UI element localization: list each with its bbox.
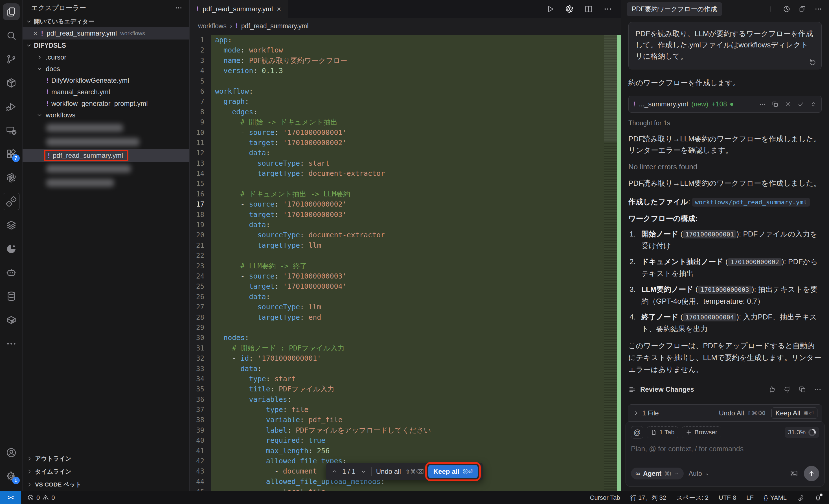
copy-icon[interactable] (772, 101, 779, 108)
code-line[interactable]: 34 type: start (190, 374, 621, 384)
code-line[interactable]: 1app: (190, 35, 621, 45)
more-h-icon[interactable] (814, 5, 822, 13)
code-line[interactable]: 37 - type: file (190, 405, 621, 415)
more-h-icon[interactable] (759, 101, 766, 108)
activity-layers-button[interactable] (0, 213, 23, 237)
activity-search-button[interactable] (0, 24, 23, 47)
cursor-tab-status[interactable]: Cursor Tab (590, 494, 620, 501)
activity-robot-button[interactable] (0, 261, 23, 284)
pets-status[interactable] (797, 494, 804, 501)
changed-files-count[interactable]: 1 File (642, 409, 659, 417)
code-line[interactable]: 41 max_length: 256 (190, 446, 621, 456)
next-change-icon[interactable] (360, 468, 367, 475)
indentation-status[interactable]: スペース: 2 (676, 494, 709, 502)
code-line[interactable]: 21 targetType: llm (190, 241, 621, 251)
activity-package-button[interactable] (0, 71, 23, 95)
changed-file-chip[interactable]: ! ..._summary.yml (new) +108 (628, 96, 822, 113)
thumb-down-icon[interactable] (783, 386, 791, 393)
split-icon[interactable] (584, 4, 593, 13)
review-changes-label[interactable]: Review Changes (640, 386, 694, 393)
code-line[interactable]: 25 target: '1701000000004' (190, 281, 621, 291)
tab-context-chip[interactable]: 1 Tab (647, 426, 678, 438)
breadcrumb-folder[interactable]: workflows (198, 22, 226, 30)
history-icon[interactable] (783, 5, 791, 13)
code-line[interactable]: 38 variable: pdf_file (190, 415, 621, 425)
agent-mode-selector[interactable]: ∞ Agent ⌘I (631, 468, 684, 479)
language-mode-status[interactable]: {} YAML (764, 494, 787, 501)
code-line[interactable]: 4 version: 0.1.3 (190, 66, 621, 76)
code-line[interactable]: 3 name: PDF読み取り要約ワークフロー (190, 56, 621, 66)
open-editors-section[interactable]: 開いているエディター (23, 16, 189, 27)
code-line[interactable]: 39 label: PDFファイルをアップロードしてください (190, 425, 621, 435)
close-icon[interactable]: × (277, 5, 281, 13)
cursor-position-status[interactable]: 行 17、列 32 (630, 494, 666, 502)
tree-item-workflows[interactable]: workflows (23, 109, 189, 121)
project-root[interactable]: DIFYDSLS (23, 39, 189, 51)
code-line[interactable]: 31 # 開始ノード : PDFファイル入力 (190, 343, 621, 353)
chat-input-placeholder[interactable]: Plan, @ for context, / for commands (631, 445, 819, 453)
encoding-status[interactable]: UTF-8 (719, 494, 736, 501)
remote-indicator[interactable]: >< (0, 491, 21, 504)
code-line[interactable]: 35 title: PDFファイル入力 (190, 384, 621, 394)
user-message[interactable]: PDFを読み取り、LLMが要約するワークフローを作成して。作成した.ymlファイ… (628, 22, 822, 69)
code-line[interactable]: 19 data: (190, 220, 621, 230)
code-line[interactable]: 45 - local_file (190, 487, 621, 491)
model-selector[interactable]: Auto (689, 470, 709, 477)
code-line[interactable]: 2 mode: workflow (190, 45, 621, 55)
activity-explorer-button[interactable] (0, 0, 23, 24)
code-line[interactable]: 13 sourceType: start (190, 158, 621, 169)
notifications-status[interactable] (814, 494, 822, 501)
tree-item-pdf_read_summary.yml[interactable]: !pdf_read_summary.yml (23, 149, 189, 162)
more-h-icon[interactable] (814, 386, 822, 393)
section-vscode-pets[interactable]: VS CODE ペット (23, 478, 189, 491)
chat-tab[interactable]: PDF要約ワークフローの作成 (627, 2, 722, 16)
open-editor-item[interactable]: × ! pdf_read_summary.yml workflows (23, 27, 189, 39)
add-icon[interactable] (767, 5, 775, 13)
browser-context-chip[interactable]: Browser (682, 426, 721, 438)
explorer-more-icon[interactable] (175, 4, 183, 12)
tree-item-workflow_generator_prompt.yml[interactable]: !workflow_generator_prompt.yml (23, 98, 189, 109)
breadcrumb-file[interactable]: pdf_read_summary.yml (241, 22, 309, 30)
activity-more-h-button[interactable] (0, 332, 23, 356)
code-line[interactable]: 5 (190, 76, 621, 86)
code-line[interactable]: 7 graph: (190, 97, 621, 107)
close-icon[interactable] (784, 101, 791, 108)
more-h-icon[interactable] (603, 4, 612, 13)
activity-extensions-button[interactable]: 7 (0, 142, 23, 166)
tree-item-.cursor[interactable]: .cursor (23, 51, 189, 63)
breadcrumb[interactable]: workflows › ! pdf_read_summary.yml (190, 18, 621, 34)
code-line[interactable]: 28 targetType: end (190, 312, 621, 323)
check-icon[interactable] (797, 101, 804, 108)
code-line[interactable]: 30 nodes: (190, 333, 621, 343)
code-line[interactable]: 6workflow: (190, 86, 621, 97)
code-line[interactable]: 11 target: '1701000000002' (190, 138, 621, 148)
code-line[interactable]: 20 sourceType: document-extractor (190, 230, 621, 240)
activity-account-button[interactable] (0, 441, 23, 465)
code-line[interactable]: 18 target: '1701000000003' (190, 210, 621, 220)
created-file-path[interactable]: workflows/pdf_read_summary.yml (692, 198, 810, 207)
add-context-button[interactable]: @ (631, 426, 643, 438)
chat-input-box[interactable]: @ 1 Tab Browser 31.3% (625, 421, 825, 487)
prev-change-icon[interactable] (331, 468, 338, 475)
thought-duration[interactable]: Thought for 1s (628, 119, 822, 127)
problems-status[interactable]: 0 0 (21, 494, 55, 501)
code-line[interactable]: 36 variables: (190, 395, 621, 405)
keep-all-button[interactable]: Keep all ⌘⏎ (428, 465, 478, 478)
undo-all-button[interactable]: Undo all (376, 468, 401, 475)
tree-item-manual_search.yml[interactable]: !manual_search.yml (23, 86, 189, 98)
close-icon[interactable]: × (33, 29, 38, 38)
activity-openai-button[interactable] (0, 166, 23, 190)
tree-item-redacted[interactable] (23, 135, 189, 149)
activity-remote-explorer-button[interactable] (0, 118, 23, 142)
minimap[interactable] (604, 35, 617, 491)
keep-all-button[interactable]: Keep All ⌘⏎ (771, 407, 818, 419)
openai-icon[interactable] (565, 4, 574, 13)
eol-status[interactable]: LF (746, 494, 754, 501)
activity-run-debug-button[interactable] (0, 95, 23, 118)
activity-database-button[interactable] (0, 284, 23, 308)
code-line[interactable]: 10 - source: '1701000000001' (190, 128, 621, 138)
code-line[interactable]: 26 data: (190, 292, 621, 302)
section-outline[interactable]: アウトライン (23, 452, 189, 465)
code-line[interactable]: 23 # LLM要約 -> 終了 (190, 261, 621, 271)
activity-container-button[interactable] (0, 308, 23, 332)
